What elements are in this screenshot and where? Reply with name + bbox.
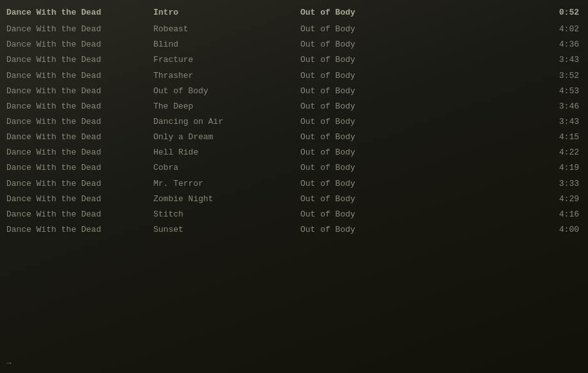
track-artist: Dance With the Dead <box>6 193 153 206</box>
table-row[interactable]: Dance With the DeadZombie NightOut of Bo… <box>0 192 588 207</box>
track-title: Fracture <box>153 54 300 66</box>
track-album: Out of Body <box>300 70 447 82</box>
track-duration: 3:52 <box>447 70 582 82</box>
track-list-header: Dance With the Dead Intro Out of Body 0:… <box>0 5 588 20</box>
track-list: Dance With the Dead Intro Out of Body 0:… <box>0 0 588 243</box>
track-duration: 4:53 <box>447 85 582 98</box>
track-artist: Dance With the Dead <box>6 208 153 221</box>
track-duration: 4:19 <box>447 162 582 174</box>
track-duration: 3:43 <box>447 54 582 66</box>
arrow-icon: → <box>6 358 12 368</box>
table-row[interactable]: Dance With the DeadThrasherOut of Body3:… <box>0 68 588 84</box>
table-row[interactable]: Dance With the DeadStitchOut of Body4:16 <box>0 207 588 222</box>
header-album: Out of Body <box>300 6 447 19</box>
track-title: Thrasher <box>153 70 300 82</box>
track-title: Mr. Terror <box>153 178 300 190</box>
track-album: Out of Body <box>300 100 447 113</box>
track-duration: 3:46 <box>447 100 582 113</box>
track-duration: 4:15 <box>447 131 582 144</box>
track-duration: 4:29 <box>447 193 582 206</box>
table-row[interactable]: Dance With the DeadThe DeepOut of Body3:… <box>0 99 588 114</box>
track-title: Robeast <box>153 23 300 36</box>
track-album: Out of Body <box>300 162 447 174</box>
table-row[interactable]: Dance With the DeadCobraOut of Body4:19 <box>0 160 588 176</box>
track-album: Out of Body <box>300 38 447 51</box>
track-artist: Dance With the Dead <box>6 54 153 66</box>
header-duration: 0:52 <box>447 6 582 19</box>
track-artist: Dance With the Dead <box>6 85 153 98</box>
track-album: Out of Body <box>300 54 447 66</box>
track-artist: Dance With the Dead <box>6 38 153 51</box>
header-title: Intro <box>153 6 300 19</box>
table-row[interactable]: Dance With the DeadBlindOut of Body4:36 <box>0 37 588 52</box>
track-artist: Dance With the Dead <box>6 224 153 236</box>
bottom-bar: → <box>0 353 588 373</box>
track-artist: Dance With the Dead <box>6 100 153 113</box>
table-row[interactable]: Dance With the DeadSunsetOut of Body4:00 <box>0 222 588 238</box>
track-artist: Dance With the Dead <box>6 116 153 128</box>
track-duration: 4:02 <box>447 23 582 36</box>
table-row[interactable]: Dance With the DeadDancing on AirOut of … <box>0 114 588 130</box>
track-album: Out of Body <box>300 23 447 36</box>
track-album: Out of Body <box>300 131 447 144</box>
track-title: Cobra <box>153 162 300 174</box>
track-album: Out of Body <box>300 178 447 190</box>
track-artist: Dance With the Dead <box>6 146 153 159</box>
track-title: Stitch <box>153 208 300 221</box>
track-album: Out of Body <box>300 146 447 159</box>
table-row[interactable]: Dance With the DeadRobeastOut of Body4:0… <box>0 22 588 37</box>
track-duration: 4:16 <box>447 208 582 221</box>
track-artist: Dance With the Dead <box>6 131 153 144</box>
table-row[interactable]: Dance With the DeadMr. TerrorOut of Body… <box>0 176 588 192</box>
track-album: Out of Body <box>300 116 447 128</box>
table-row[interactable]: Dance With the DeadFractureOut of Body3:… <box>0 52 588 68</box>
track-title: Hell Ride <box>153 146 300 159</box>
header-artist: Dance With the Dead <box>6 6 153 19</box>
track-duration: 4:36 <box>447 38 582 51</box>
track-title: Blind <box>153 38 300 51</box>
track-album: Out of Body <box>300 193 447 206</box>
track-album: Out of Body <box>300 85 447 98</box>
table-row[interactable]: Dance With the DeadHell RideOut of Body4… <box>0 145 588 160</box>
track-artist: Dance With the Dead <box>6 178 153 190</box>
table-row[interactable]: Dance With the DeadOut of BodyOut of Bod… <box>0 84 588 99</box>
track-duration: 4:22 <box>447 146 582 159</box>
track-title: Only a Dream <box>153 131 300 144</box>
track-album: Out of Body <box>300 224 447 236</box>
track-artist: Dance With the Dead <box>6 70 153 82</box>
track-title: The Deep <box>153 100 300 113</box>
track-title: Zombie Night <box>153 193 300 206</box>
track-duration: 3:33 <box>447 178 582 190</box>
track-title: Out of Body <box>153 85 300 98</box>
track-duration: 4:00 <box>447 224 582 236</box>
track-artist: Dance With the Dead <box>6 162 153 174</box>
track-title: Dancing on Air <box>153 116 300 128</box>
track-artist: Dance With the Dead <box>6 23 153 36</box>
table-row[interactable]: Dance With the DeadOnly a DreamOut of Bo… <box>0 130 588 145</box>
track-album: Out of Body <box>300 208 447 221</box>
track-duration: 3:43 <box>447 116 582 128</box>
track-title: Sunset <box>153 224 300 236</box>
